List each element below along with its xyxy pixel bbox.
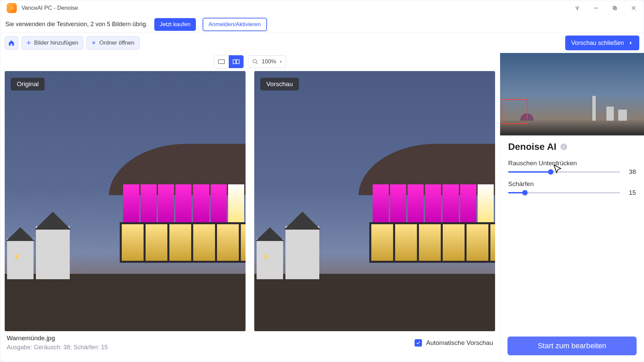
panel-title: Denoise AI (508, 141, 556, 152)
toolbar: + Bilder hinzufügen + Ordner öffnen Vors… (0, 33, 644, 53)
chevron-right-icon (629, 41, 633, 45)
sharpen-slider-value: 15 (625, 189, 636, 196)
add-images-label: Bilder hinzufügen (34, 40, 78, 46)
navigator-thumbnail[interactable] (500, 53, 644, 135)
auto-preview-checkbox[interactable]: Automatische Vorschau (415, 339, 493, 347)
sharpen-slider-handle[interactable] (522, 190, 528, 195)
login-button[interactable]: Anmelden/Aktivieren (203, 18, 267, 31)
noise-slider-handle[interactable] (548, 169, 553, 175)
noise-slider-label: Rauschen Unterdrücken (508, 160, 636, 167)
window-title: VanceAI PC - Denoise (21, 5, 78, 11)
close-preview-button[interactable]: Vorschau schließen (565, 36, 639, 50)
close-preview-label: Vorschau schließen (571, 40, 624, 47)
original-badge: Original (11, 78, 45, 90)
noise-slider[interactable] (508, 171, 620, 173)
sharpen-slider[interactable] (508, 192, 620, 193)
buy-button[interactable]: Jetzt kaufen (154, 18, 196, 31)
compare-view: Original (5, 71, 495, 331)
navigator-roi[interactable] (501, 99, 527, 124)
home-button[interactable] (5, 36, 18, 50)
plus-icon: + (92, 39, 96, 47)
open-folder-label: Ordner öffnen (99, 40, 135, 46)
collapse-icon[interactable] (574, 4, 581, 12)
noise-slider-value: 38 (625, 168, 636, 176)
minimize-icon[interactable] (592, 4, 600, 12)
checkbox-checked-icon (415, 339, 422, 347)
plus-icon: + (26, 39, 31, 47)
open-folder-button[interactable]: + Ordner öffnen (87, 36, 139, 50)
sharpen-slider-label: Schärfen (508, 180, 636, 188)
filename-label: Warnemünde.jpg (7, 335, 108, 342)
preview-badge: Vorschau (260, 78, 299, 90)
preview-image[interactable]: Vorschau (254, 71, 495, 331)
add-images-button[interactable]: + Bilder hinzufügen (21, 36, 83, 50)
auto-preview-label: Automatische Vorschau (426, 339, 493, 347)
trial-message: Sie verwenden die Testversion, 2 von 5 B… (5, 21, 148, 28)
maximize-icon[interactable] (611, 4, 619, 12)
settings-panel: Denoise AI i Rauschen Unterdrücken 38 Sc… (500, 53, 644, 362)
info-icon[interactable]: i (560, 143, 567, 150)
original-image[interactable]: Original (5, 71, 246, 331)
output-settings-label: Ausgabe: Geräusch: 38; Schärfen: 15 (7, 344, 108, 351)
footer: Warnemünde.jpg Ausgabe: Geräusch: 38; Sc… (5, 331, 495, 360)
trial-bar: Sie verwenden die Testversion, 2 von 5 B… (0, 16, 644, 33)
app-logo-icon (7, 3, 17, 13)
title-bar: VanceAI PC - Denoise (0, 0, 644, 16)
start-process-button[interactable]: Start zum bearbeiten (507, 337, 637, 355)
close-icon[interactable] (630, 4, 637, 12)
